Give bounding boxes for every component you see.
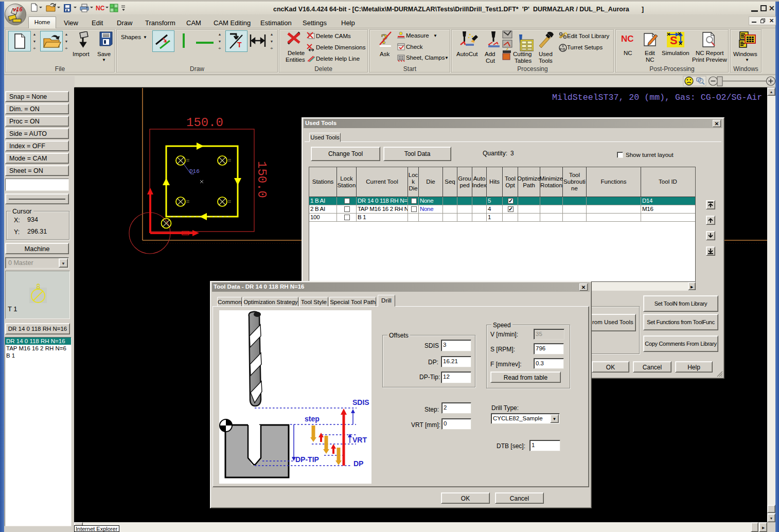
svg-text:MildSteelST37, 20 (mm), Gas: C: MildSteelST37, 20 (mm), Gas: CG-O2/SG-Ai…	[552, 93, 762, 102]
svg-text:D16: D16	[189, 168, 200, 174]
svg-text:step: step	[305, 415, 320, 423]
svg-text:T: T	[237, 41, 242, 49]
svg-text:SDIS: SDIS	[352, 398, 369, 406]
svg-text:150.0: 150.0	[255, 161, 269, 198]
svg-text:VRT: VRT	[352, 436, 367, 444]
svg-text:150.0: 150.0	[186, 116, 223, 130]
svg-text:v16: v16	[13, 6, 23, 12]
svg-text:DP: DP	[353, 459, 363, 468]
svg-text:DP-TIP: DP-TIP	[295, 455, 319, 464]
svg-text:NC: NC	[96, 5, 105, 12]
